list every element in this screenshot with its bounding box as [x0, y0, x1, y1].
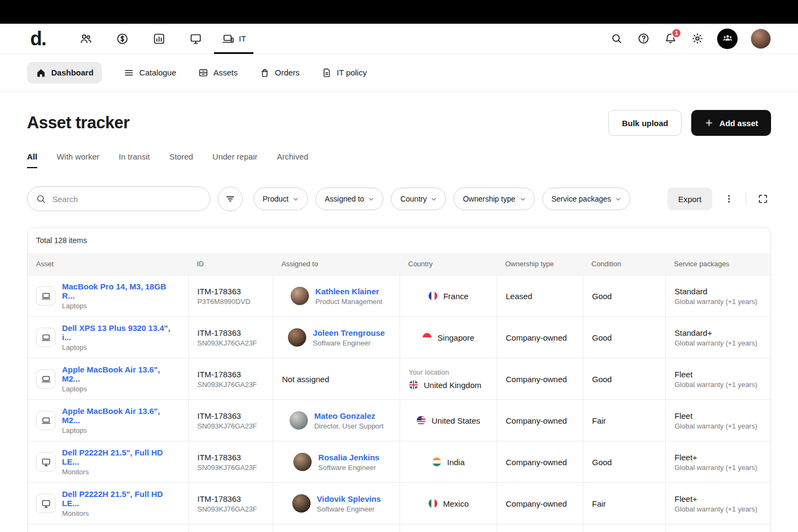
country-name: India	[447, 458, 465, 467]
asset-serial: SN093KJ76GA23F	[197, 505, 264, 513]
column-header-id: ID	[188, 253, 273, 275]
brand-logo[interactable]: d.	[30, 29, 46, 49]
asset-name-link[interactable]: Dell P2222H 21.5", Full HD LE...	[62, 448, 163, 466]
subnav-item-orders[interactable]: Orders	[259, 67, 300, 78]
asset-name-link[interactable]: Dell P2222H 21.5", Full HD LE...	[62, 489, 163, 508]
it-nav-label: IT	[239, 34, 246, 43]
asset-name-link[interactable]: MacBook Pro 14, M3, 18GB R...	[62, 282, 166, 300]
reports-nav-icon[interactable]	[152, 32, 166, 46]
notifications-bell-icon[interactable]: 1	[663, 32, 677, 46]
chevron-down-icon	[520, 196, 526, 202]
flag-mexico-icon	[428, 499, 438, 508]
tab-in-transit[interactable]: In transit	[119, 152, 150, 168]
asset-category: Laptops	[62, 302, 180, 310]
main-nav: IT	[67, 24, 253, 53]
assignee-name-link[interactable]: Joleen Trengrouse	[313, 328, 384, 337]
help-icon[interactable]	[636, 32, 650, 46]
column-header-asset: Asset	[27, 253, 188, 275]
table-row[interactable]: Dell XPS 13 Plus 9320 13.4", i...Laptops…	[27, 316, 771, 358]
chevron-down-icon	[368, 196, 374, 202]
country-name: Singapore	[437, 333, 474, 342]
search-icon[interactable]	[609, 32, 623, 46]
assignee-name-link[interactable]: Vidovik Splevins	[317, 494, 381, 503]
assignee-name-link[interactable]: Kathleen Klainer	[315, 287, 379, 296]
tab-all[interactable]: All	[27, 152, 37, 168]
service-packages-dropdown[interactable]: Service packages	[542, 188, 631, 210]
people-nav-icon[interactable]	[79, 32, 93, 46]
chevron-down-icon	[615, 196, 621, 202]
column-header-condition: Condition	[583, 253, 665, 275]
home-icon	[36, 67, 46, 78]
table-row[interactable]: Apple MacBook Air 13.6", M2...Laptops IT…	[27, 399, 771, 441]
user-avatar[interactable]	[751, 29, 771, 49]
condition: Good	[583, 358, 665, 399]
tab-with-worker[interactable]: With worker	[57, 152, 99, 168]
condition: Not working	[583, 524, 665, 532]
search-input[interactable]	[27, 186, 210, 211]
search-icon	[36, 194, 46, 204]
flag-india-icon	[432, 457, 442, 467]
asset-serial: P3T6M8990DVD	[197, 298, 264, 306]
assignee-avatar	[291, 287, 309, 305]
table-row[interactable]: Dell P2222H 21.5", Full HD LE...Monitors…	[27, 524, 771, 532]
table-row[interactable]: MacBook Pro 14, M3, 18GB R...Laptops ITM…	[27, 275, 771, 316]
finance-nav-icon[interactable]	[115, 32, 129, 46]
laptop-icon	[36, 328, 56, 347]
your-location-note: Your location	[409, 368, 488, 376]
asset-category: Monitors	[62, 468, 180, 476]
tab-stored[interactable]: Stored	[169, 152, 193, 168]
asset-name-link[interactable]: Apple MacBook Air 13.6", M2...	[62, 365, 160, 383]
table-total-count: Total 128 items	[27, 228, 771, 253]
it-nav-tab-active[interactable]: IT	[214, 24, 253, 53]
tab-under-repair[interactable]: Under repair	[212, 152, 257, 168]
assignee-name-link[interactable]: Mateo Gonzalez	[314, 411, 375, 420]
asset-name-link[interactable]: Apple MacBook Air 13.6", M2...	[62, 406, 160, 425]
country-dropdown[interactable]: Country	[391, 188, 446, 210]
monitor-nav-icon[interactable]	[189, 32, 203, 46]
filter-button[interactable]	[218, 186, 243, 211]
country-name: Mexico	[443, 499, 469, 508]
fullscreen-icon[interactable]	[755, 191, 771, 207]
product-dropdown[interactable]: Product	[253, 188, 308, 210]
add-asset-button[interactable]: Add asset	[691, 110, 771, 136]
table-row[interactable]: Dell P2222H 21.5", Full HD LE...Monitors…	[27, 441, 771, 482]
asset-serial: SN093KJ76GA23F	[197, 464, 264, 472]
table-row[interactable]: Dell P2222H 21.5", Full HD LE...Monitors…	[27, 482, 771, 524]
subnav-item-dashboard[interactable]: Dashboard	[27, 62, 102, 84]
document-icon	[321, 67, 332, 78]
condition: Good	[583, 441, 665, 482]
toolbar-divider	[746, 192, 746, 206]
assignee-avatar	[288, 328, 306, 347]
assignee-role: Software Engineer	[317, 505, 381, 513]
asset-serial: SN093KJ76GA23F	[197, 381, 264, 389]
column-header-ownership-type: Ownership type	[497, 253, 583, 275]
asset-category: Laptops	[62, 426, 180, 434]
settings-gear-icon[interactable]	[690, 32, 704, 46]
condition: Good	[583, 317, 665, 358]
page-title: Asset tracker	[27, 113, 129, 133]
assigned-to-dropdown[interactable]: Assigned to	[315, 188, 383, 210]
ownership-type: Company-owned	[497, 441, 583, 482]
ownership-type: Company-owned	[497, 317, 583, 358]
team-directory-icon[interactable]	[717, 29, 738, 49]
service-package-note: Global warranty (+1 years)	[675, 505, 763, 513]
subnav-item-it-policy[interactable]: IT policy	[321, 67, 367, 78]
tab-archived[interactable]: Archived	[277, 152, 308, 168]
assignee-name-link[interactable]: Rosalia Jenkins	[318, 453, 379, 462]
asset-id: ITM-178363	[197, 370, 264, 379]
monitor-icon	[36, 452, 56, 472]
subnav-item-assets[interactable]: Assets	[198, 67, 238, 78]
service-package: Fleet+	[675, 453, 763, 462]
asset-name-link[interactable]: Dell XPS 13 Plus 9320 13.4", i...	[62, 323, 170, 342]
asset-id: ITM-178363	[197, 328, 264, 337]
ownership-type-dropdown[interactable]: Ownership type	[453, 188, 534, 210]
assignee-role: Product Management	[315, 298, 382, 306]
export-button[interactable]: Export	[668, 188, 712, 210]
table-row[interactable]: Apple MacBook Air 13.6", M2...Laptops IT…	[27, 358, 771, 399]
assignee-role: Software Engineer	[318, 464, 379, 472]
status-tabs: All With worker In transit Stored Under …	[27, 152, 771, 168]
bulk-upload-button[interactable]: Bulk upload	[608, 110, 682, 136]
assignee-avatar	[293, 453, 312, 471]
subnav-item-catalogue[interactable]: Catalogue	[123, 67, 176, 78]
more-options-kebab-icon[interactable]	[721, 191, 737, 207]
